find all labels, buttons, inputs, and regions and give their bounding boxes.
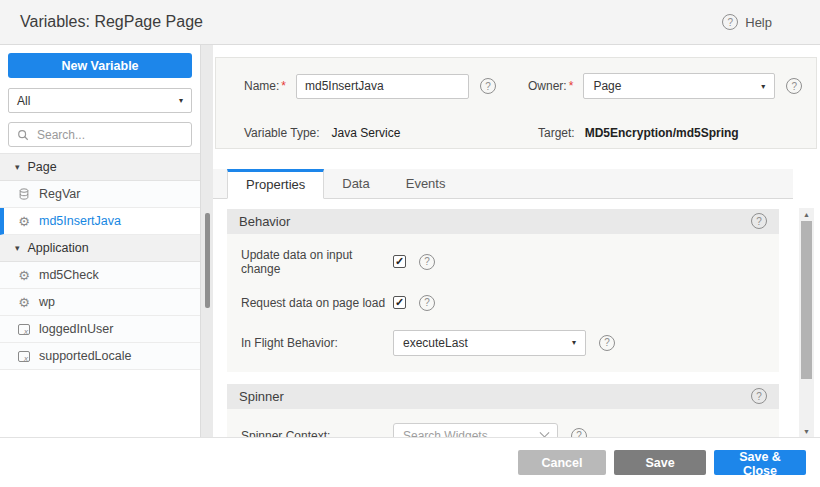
spinner-section-title: Spinner <box>239 389 284 404</box>
sidebar-scrollbar-thumb[interactable] <box>205 213 210 308</box>
sidebar-item-md5check[interactable]: ⚙ md5Check <box>0 262 200 289</box>
chevron-down-icon: ▾ <box>761 82 765 91</box>
behavior-section-header: Behavior ? <box>227 209 779 234</box>
spinner-context-placeholder: Search Widgets <box>403 429 488 437</box>
owner-help-icon[interactable]: ? <box>786 78 802 94</box>
owner-select[interactable]: Page ▾ <box>583 73 775 99</box>
sidebar-item-regvar[interactable]: RegVar <box>0 181 200 208</box>
variables-dialog: Variables: RegPage Page ? Help New Varia… <box>0 0 820 487</box>
in-flight-behavior-label: In Flight Behavior: <box>241 336 393 350</box>
search-input[interactable] <box>35 127 184 143</box>
java-service-variable-icon: ⚙ <box>17 295 31 309</box>
name-field[interactable] <box>296 74 469 99</box>
help-link[interactable]: ? Help <box>722 14 772 30</box>
sidebar-group-application[interactable]: ▾ Application <box>0 235 200 262</box>
variable-label: md5Check <box>39 268 99 282</box>
behavior-section: Behavior ? Update data on input change ✓… <box>227 209 779 372</box>
name-label: Name:* <box>244 79 286 93</box>
collapse-triangle-icon[interactable]: ▾ <box>15 162 20 172</box>
static-variable-icon: x <box>17 322 31 336</box>
dialog-header: Variables: RegPage Page ? Help <box>0 0 820 45</box>
tab-properties[interactable]: Properties <box>227 169 324 199</box>
properties-scrollbar[interactable]: ▲ ▼ <box>799 208 814 437</box>
owner-selected-value: Page <box>593 79 621 93</box>
spinner-context-combobox[interactable]: Search Widgets <box>393 423 558 437</box>
required-asterisk: * <box>281 79 286 93</box>
dialog-footer: Cancel Save Save & Close <box>0 438 820 487</box>
spinner-context-label: Spinner Context: <box>241 429 393 437</box>
in-flight-help-icon[interactable]: ? <box>599 335 615 351</box>
scroll-down-icon[interactable]: ▼ <box>799 425 814 437</box>
variable-filter-select[interactable]: All ▾ <box>8 88 192 113</box>
save-button[interactable]: Save <box>614 450 706 475</box>
behavior-section-body: Update data on input change ✓ ? Request … <box>227 234 779 372</box>
target-label: Target: <box>538 126 575 140</box>
service-variable-icon <box>17 187 31 201</box>
spinner-section-header: Spinner ? <box>227 384 779 409</box>
scroll-up-icon[interactable]: ▲ <box>799 208 814 220</box>
tab-events[interactable]: Events <box>388 169 464 198</box>
sidebar-scrollbar[interactable] <box>200 45 213 437</box>
save-and-close-button[interactable]: Save & Close <box>714 450 806 475</box>
new-variable-button[interactable]: New Variable <box>8 53 192 78</box>
cancel-button[interactable]: Cancel <box>518 450 606 475</box>
group-label: Application <box>28 241 89 255</box>
group-label: Page <box>28 160 57 174</box>
sidebar-group-page[interactable]: ▾ Page <box>0 154 200 181</box>
variable-type-value: Java Service <box>332 126 401 140</box>
sidebar-item-supportedlocale[interactable]: x supportedLocale <box>0 343 200 370</box>
filter-selected-value: All <box>17 94 30 108</box>
update-on-input-checkbox[interactable]: ✓ <box>393 255 406 268</box>
variable-info-box: Name:* ? Owner:* Page ▾ ? Variable Ty <box>215 57 817 149</box>
in-flight-selected-value: executeLast <box>403 336 468 350</box>
spinner-section: Spinner ? Spinner Context: Search Widget… <box>227 384 779 437</box>
spinner-context-help-icon[interactable]: ? <box>571 428 587 437</box>
request-on-load-help-icon[interactable]: ? <box>419 295 435 311</box>
collapse-triangle-icon[interactable]: ▾ <box>15 243 20 253</box>
variable-label: supportedLocale <box>39 349 131 363</box>
name-help-icon[interactable]: ? <box>480 78 496 94</box>
request-on-load-label: Request data on page load <box>241 296 393 310</box>
chevron-down-icon: ▾ <box>179 96 183 105</box>
page-title: Variables: RegPage Page <box>20 13 203 31</box>
sidebar-search <box>8 122 192 147</box>
variable-detail-panel: Name:* ? Owner:* Page ▾ ? Variable Ty <box>213 45 820 437</box>
update-on-input-label: Update data on input change <box>241 248 393 276</box>
spinner-help-icon[interactable]: ? <box>751 388 767 404</box>
required-asterisk: * <box>569 79 574 93</box>
behavior-section-title: Behavior <box>239 214 290 229</box>
variable-list: ▾ Page RegVar ⚙ md5InsertJava ▾ Applicat… <box>0 153 200 437</box>
update-on-input-help-icon[interactable]: ? <box>419 254 435 270</box>
tab-data[interactable]: Data <box>324 169 387 198</box>
target-value: MD5Encryption/md5Spring <box>585 126 739 140</box>
help-label: Help <box>745 15 772 30</box>
help-circle-icon[interactable]: ? <box>722 14 738 30</box>
sidebar-item-md5insertjava[interactable]: ⚙ md5InsertJava <box>0 208 200 235</box>
spinner-section-body: Spinner Context: Search Widgets ? <box>227 409 779 437</box>
search-icon <box>16 128 30 142</box>
properties-tab-panel: Behavior ? Update data on input change ✓… <box>213 199 793 437</box>
owner-label: Owner:* <box>528 79 573 93</box>
variable-type-label: Variable Type: <box>244 126 320 140</box>
variable-label: RegVar <box>39 187 80 201</box>
chevron-down-icon: ▾ <box>572 338 576 347</box>
behavior-help-icon[interactable]: ? <box>751 213 767 229</box>
sidebar-item-loggedinuser[interactable]: x loggedInUser <box>0 316 200 343</box>
variables-sidebar: New Variable All ▾ ▾ Page <box>0 45 200 437</box>
request-on-load-checkbox[interactable]: ✓ <box>393 296 406 309</box>
java-service-variable-icon: ⚙ <box>17 268 31 282</box>
sidebar-item-wp[interactable]: ⚙ wp <box>0 289 200 316</box>
properties-scrollbar-track[interactable] <box>799 220 814 425</box>
properties-scrollbar-thumb[interactable] <box>801 221 812 379</box>
chevron-down-icon <box>540 428 550 437</box>
variable-label: loggedInUser <box>39 322 113 336</box>
static-variable-icon: x <box>17 349 31 363</box>
detail-tabs: Properties Data Events <box>213 169 793 199</box>
java-service-variable-icon: ⚙ <box>17 214 31 228</box>
variable-label: md5InsertJava <box>39 214 121 228</box>
variable-label: wp <box>39 295 55 309</box>
in-flight-behavior-select[interactable]: executeLast ▾ <box>393 330 586 356</box>
